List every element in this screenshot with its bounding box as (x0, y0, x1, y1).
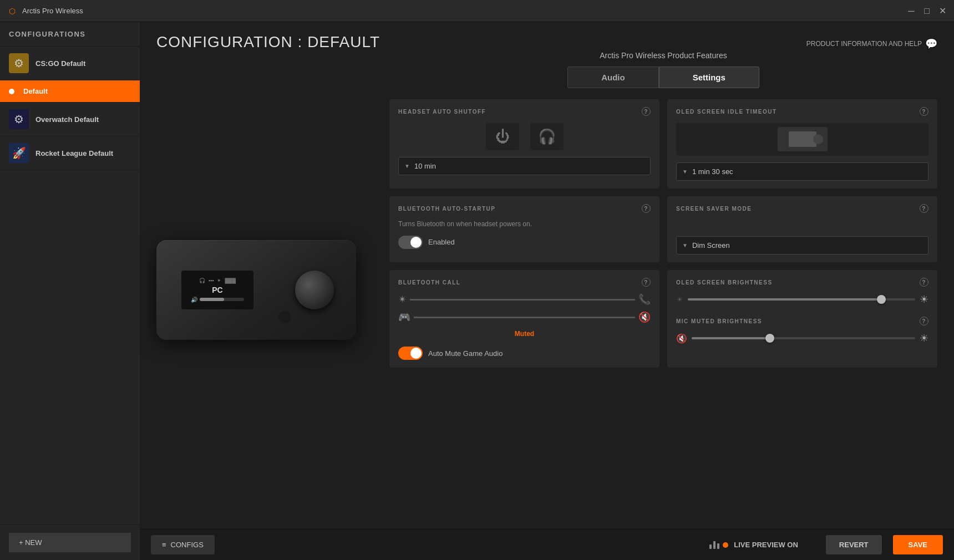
mic-muted-thumb[interactable] (765, 334, 774, 343)
mic-muted-brightness-title: MIC MUTED BRIGHTNESS ? (676, 317, 928, 325)
bt-call-grid: ✴ (398, 293, 651, 360)
screen-saver-dropdown[interactable]: ▼ Dim Screen (676, 236, 928, 254)
sidebar-item-rocketleague[interactable]: 🚀 Rocket League Default (0, 136, 140, 170)
bottom-bar: ≡ CONFIGS LIVE PREVIEW ON REVERT SAVE (140, 529, 954, 560)
oled-timeout-title: OLED SCREEN IDLE TIMEOUT ? (676, 107, 928, 116)
tab-audio[interactable]: Audio (567, 67, 659, 88)
gamepad-icon: 🎮 (398, 311, 410, 323)
oled-timeout-dropdown[interactable]: ▼ 1 min 30 sec (676, 162, 928, 181)
shutoff-icon-row: ⏻ 🎧 (398, 123, 651, 150)
bt-startup-help[interactable]: ? (642, 204, 651, 213)
bt-call-slider-2[interactable] (414, 317, 635, 318)
signal-icon: ▓▓▓ (225, 278, 236, 283)
screen-saver-help[interactable]: ? (920, 204, 928, 213)
oled-brightness-title: OLED SCREEN BRIGHTNESS ? (676, 278, 928, 287)
close-button[interactable]: ✕ (937, 6, 947, 16)
headset-shutoff-help[interactable]: ? (642, 107, 651, 116)
screen-title: PC (212, 286, 222, 294)
oled-timeout-value: 1 min 30 sec (692, 167, 733, 176)
oled-idle-timeout-card: OLED SCREEN IDLE TIMEOUT ? ▼ 1 min 30 se… (667, 99, 937, 189)
product-info-label: PRODUCT INFORMATION AND HELP (806, 40, 922, 48)
bt-startup-toggle-row: Enabled (398, 236, 651, 249)
mic-muted-slider[interactable] (692, 337, 915, 339)
default-label: Default (23, 87, 48, 95)
settings-tab-label: Settings (693, 73, 725, 82)
info-icon: 💬 (925, 38, 937, 50)
shutoff-value: 10 min (414, 162, 436, 170)
device-image: 🎧 ▪▪▪ ✴ ▓▓▓ PC 🔊 (156, 240, 356, 340)
bt-call-help[interactable]: ? (642, 278, 651, 287)
oled-timeout-help[interactable]: ? (920, 107, 928, 116)
volume-fill (200, 298, 224, 301)
overwatch-icon: ⚙ (9, 109, 29, 129)
maximize-button[interactable]: □ (922, 6, 932, 16)
bt-startup-toggle[interactable] (398, 236, 423, 249)
device-preview: 🎧 ▪▪▪ ✴ ▓▓▓ PC 🔊 (140, 51, 373, 529)
bar-3 (717, 543, 719, 549)
page-title: CONFIGURATION : DEFAULT (156, 33, 380, 51)
headset-icon: 🎧 (199, 278, 205, 283)
bt-call-slider-1[interactable] (410, 299, 635, 301)
oled-brightness-help[interactable]: ? (920, 278, 928, 287)
bar-2 (713, 541, 716, 549)
oled-brightness-row: ☀ ☀ (676, 293, 928, 306)
headset-auto-shutoff-card: HEADSET AUTO SHUTOFF ? ⏻ 🎧 ▼ 10 min (389, 99, 659, 189)
volume-knob[interactable] (295, 271, 334, 309)
product-features-title: Arctis Pro Wireless Product Features (389, 51, 937, 60)
sidebar: CONFIGURATIONS ⚙ CS:GO Default Default ⚙… (0, 22, 140, 560)
live-bars (709, 541, 719, 549)
oled-device-icon (778, 127, 828, 151)
bt-dashes-2 (414, 317, 635, 318)
new-button[interactable]: + NEW (9, 533, 131, 552)
bt-icon: ✴ (217, 278, 221, 283)
window-controls: ─ □ ✕ (906, 6, 947, 16)
auto-mute-knob (410, 348, 422, 359)
product-info-link[interactable]: PRODUCT INFORMATION AND HELP 💬 (806, 38, 937, 50)
vol-icon: 🔊 (191, 297, 197, 303)
configs-button[interactable]: ≡ CONFIGS (151, 535, 215, 554)
screen-saver-value: Dim Screen (692, 241, 730, 250)
mic-muted-fill (692, 337, 770, 339)
sidebar-header: CONFIGURATIONS (0, 22, 140, 47)
screen-saver-title: SCREEN SAVER MODE ? (676, 204, 928, 213)
rocketleague-label: Rocket League Default (35, 149, 113, 157)
auto-mute-toggle[interactable] (398, 347, 423, 360)
revert-button[interactable]: REVERT (826, 535, 882, 554)
content-header: CONFIGURATION : DEFAULT PRODUCT INFORMAT… (140, 22, 954, 51)
oled-device-preview (676, 123, 928, 156)
bluetooth-call-icon: ✴ (398, 293, 407, 306)
sidebar-item-overwatch[interactable]: ⚙ Overwatch Default (0, 103, 140, 136)
title-bar: ⬡ Arctis Pro Wireless ─ □ ✕ (0, 0, 954, 22)
audio-tab-label: Audio (601, 73, 625, 82)
oled-screen-rect (789, 131, 816, 147)
app-title: Arctis Pro Wireless (22, 7, 906, 15)
mic-muted-bright-icon: ☀ (920, 332, 928, 344)
shutoff-dropdown[interactable]: ▼ 10 min (398, 157, 651, 175)
muted-speaker-icon: 🔇 (638, 311, 651, 323)
save-button[interactable]: SAVE (893, 535, 943, 554)
sidebar-item-default[interactable]: Default (0, 80, 140, 103)
bt-startup-toggle-label: Enabled (428, 238, 455, 246)
oled-brightness-slider[interactable] (688, 298, 915, 301)
oled-brightness-fill (688, 298, 881, 301)
csgo-icon: ⚙ (9, 53, 29, 73)
live-dot (723, 542, 728, 548)
tab-bar: Audio Settings (389, 67, 937, 88)
bt-call-row-1: ✴ (398, 293, 651, 306)
bt-dashes-1 (410, 299, 635, 301)
tab-settings[interactable]: Settings (659, 67, 759, 88)
live-preview: LIVE PREVIEW ON (709, 541, 798, 549)
settings-panel: Arctis Pro Wireless Product Features Aud… (373, 51, 954, 529)
dropdown-arrow-2: ▼ (682, 169, 688, 175)
minimize-button[interactable]: ─ (906, 6, 916, 16)
oled-brightness-thumb[interactable] (877, 295, 886, 304)
mic-muted-help[interactable]: ? (920, 317, 928, 325)
sidebar-footer: + NEW (0, 525, 140, 560)
power-off-icon: ⏻ (486, 123, 519, 150)
device-area: 🎧 ▪▪▪ ✴ ▓▓▓ PC 🔊 (140, 51, 954, 529)
small-button[interactable] (278, 311, 291, 323)
bt-call-row-2: 🎮 (398, 311, 651, 323)
live-preview-label: LIVE PREVIEW ON (734, 541, 798, 549)
auto-mute-row: Auto Mute Game Audio (398, 347, 651, 360)
sidebar-item-csgo[interactable]: ⚙ CS:GO Default (0, 47, 140, 80)
